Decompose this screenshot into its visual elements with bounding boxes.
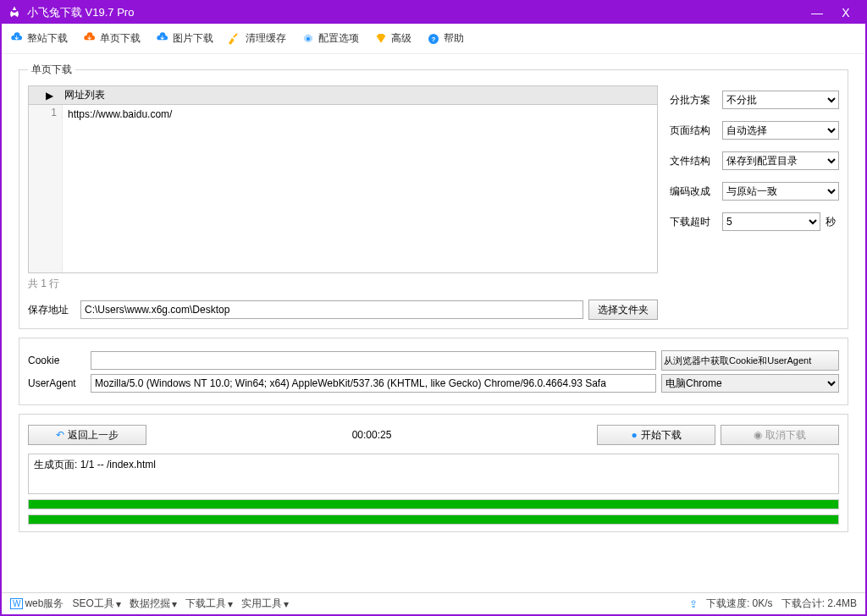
- toolbar-site-download[interactable]: 整站下载: [10, 31, 68, 46]
- toolbar-single-download[interactable]: 单页下载: [83, 31, 141, 46]
- url-list-header[interactable]: ▶ 网址列表: [28, 85, 658, 104]
- toolbar-config[interactable]: 配置选项: [301, 31, 359, 46]
- page-struct-select[interactable]: 自动选择: [722, 121, 839, 140]
- chevron-down-icon: ▾: [228, 598, 233, 610]
- options-panel: 分批方案不分批 页面结构自动选择 文件结构保存到配置目录 编码改成与原站一致 下…: [670, 85, 839, 320]
- progress-bar-2: [28, 514, 839, 525]
- batch-select[interactable]: 不分批: [722, 91, 839, 109]
- title-bar: 小飞兔下载 V19.7 Pro — X: [2, 2, 865, 24]
- url-count: 共 1 行: [28, 277, 658, 291]
- window-title: 小飞兔下载 V19.7 Pro: [27, 5, 803, 20]
- expand-triangle-icon: ▶: [46, 90, 53, 102]
- app-logo-icon: [7, 5, 22, 20]
- gear-icon: [301, 32, 315, 46]
- status-web-service[interactable]: W web服务: [10, 597, 64, 611]
- chevron-down-icon: ▾: [172, 598, 177, 610]
- timeout-select[interactable]: 5: [722, 212, 820, 231]
- status-data-mining[interactable]: 数据挖掘▾: [130, 597, 177, 611]
- cloud-image-icon: [156, 32, 169, 46]
- svg-text:?: ?: [432, 36, 436, 43]
- useragent-select[interactable]: 电脑Chrome: [661, 374, 839, 393]
- timer-label: 00:00:25: [152, 429, 592, 441]
- line-gutter: 1: [29, 105, 63, 272]
- toolbar-help[interactable]: ? 帮助: [427, 31, 464, 46]
- status-seo-tools[interactable]: SEO工具▾: [72, 597, 120, 611]
- chevron-down-icon: ▾: [284, 598, 289, 610]
- upload-icon: ⇪: [689, 598, 698, 610]
- status-download-tools[interactable]: 下载工具▾: [185, 597, 233, 611]
- broom-icon: [229, 32, 242, 46]
- stop-icon: ◉: [754, 429, 762, 441]
- close-button[interactable]: X: [831, 6, 860, 19]
- minimize-button[interactable]: —: [803, 6, 831, 19]
- status-util-tools[interactable]: 实用工具▾: [241, 597, 289, 611]
- diamond-icon: [374, 32, 388, 46]
- start-download-button[interactable]: ● 开始下载: [597, 425, 715, 445]
- progress-bar-1: [28, 499, 839, 509]
- cloud-down-orange-icon: [83, 32, 97, 46]
- toolbar-clear-cache[interactable]: 清理缓存: [229, 31, 286, 46]
- useragent-input[interactable]: [91, 374, 656, 393]
- back-arrow-icon: ↶: [56, 429, 64, 441]
- browse-folder-button[interactable]: 选择文件夹: [588, 300, 658, 320]
- cloud-down-icon: [10, 32, 24, 46]
- play-icon: ●: [631, 429, 637, 441]
- cancel-download-button[interactable]: ◉ 取消下载: [721, 425, 839, 445]
- panel-title: 单页下载: [28, 63, 75, 77]
- http-panel: Cookie 从浏览器中获取Cookie和UserAgent UserAgent…: [19, 338, 848, 405]
- status-bar: W web服务 SEO工具▾ 数据挖掘▾ 下载工具▾ 实用工具▾ ⇪ 下载速度:…: [2, 592, 865, 614]
- toolbar-advanced[interactable]: 高级: [374, 31, 411, 46]
- chevron-down-icon: ▾: [116, 598, 121, 610]
- file-struct-select[interactable]: 保存到配置目录: [722, 151, 839, 170]
- fetch-cookie-button[interactable]: 从浏览器中获取Cookie和UserAgent: [661, 350, 839, 371]
- single-download-panel: 单页下载 ▶ 网址列表 1 https://www.baidu.com/ 共 1…: [19, 63, 848, 329]
- save-label: 保存地址: [28, 303, 75, 317]
- run-panel: ↶ 返回上一步 00:00:25 ● 开始下载 ◉ 取消下载 生成页面: 1/1…: [19, 414, 848, 532]
- encoding-select[interactable]: 与原站一致: [722, 182, 839, 201]
- log-output: 生成页面: 1/1 -- /index.html: [28, 454, 839, 494]
- toolbar-image-download[interactable]: 图片下载: [156, 31, 213, 46]
- toolbar: 整站下载 单页下载 图片下载 清理缓存 配置选项 高级 ? 帮助: [2, 24, 865, 54]
- save-path-input[interactable]: [80, 300, 583, 319]
- total-label: 下载合计: 2.4MB: [781, 597, 857, 611]
- help-icon: ?: [427, 32, 440, 46]
- url-list: 1 https://www.baidu.com/: [28, 104, 658, 273]
- back-button[interactable]: ↶ 返回上一步: [28, 425, 146, 445]
- url-textarea[interactable]: https://www.baidu.com/: [63, 105, 657, 272]
- speed-label: 下载速度: 0K/s: [706, 597, 773, 611]
- web-icon: W: [10, 598, 23, 609]
- cookie-input[interactable]: [91, 351, 656, 370]
